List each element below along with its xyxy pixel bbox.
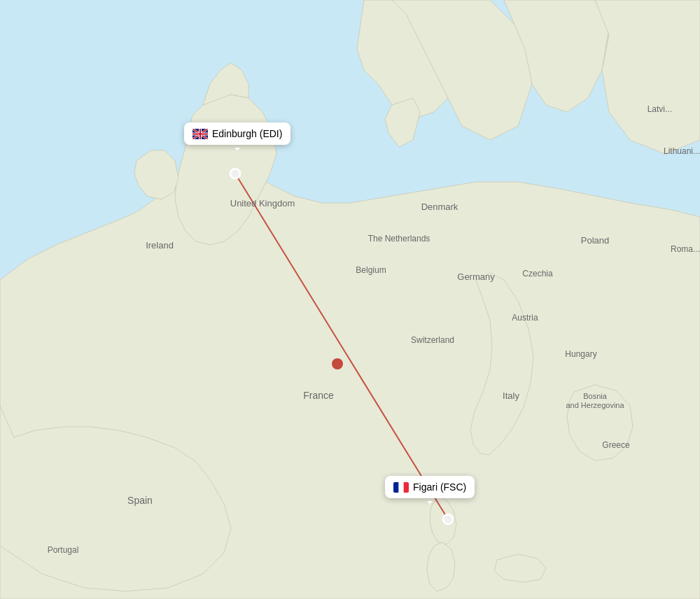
map-svg: Ireland United Kingdom France Spain Port… — [0, 0, 700, 599]
austria-label: Austria — [512, 313, 538, 323]
france-label: France — [303, 390, 334, 401]
germany-label: Germany — [457, 272, 495, 282]
poland-label: Poland — [581, 235, 609, 246]
svg-point-2 — [332, 358, 343, 369]
ireland-label: Ireland — [146, 240, 174, 251]
switzerland-label: Switzerland — [411, 335, 454, 345]
hungary-label: Hungary — [565, 349, 596, 359]
figari-dot — [443, 514, 453, 524]
united-kingdom-label: United Kingdom — [230, 198, 295, 209]
latvia-label: Latvi... — [648, 104, 672, 114]
romania-label: Roma... — [671, 244, 700, 254]
edinburgh-dot — [230, 169, 240, 178]
map-container: Ireland United Kingdom France Spain Port… — [0, 0, 700, 599]
bosnia-label: Bosnia — [583, 392, 608, 400]
italy-label: Italy — [503, 390, 519, 401]
herzegovina-label: and Herzegovina — [566, 401, 624, 409]
czechia-label: Czechia — [522, 269, 553, 279]
greece-label: Greece — [602, 440, 630, 450]
portugal-label: Portugal — [48, 545, 79, 555]
lithuania-label: Lithuani... — [664, 146, 700, 156]
belgium-label: Belgium — [356, 265, 386, 275]
denmark-label: Denmark — [421, 202, 458, 212]
spain-label: Spain — [127, 495, 153, 506]
netherlands-label: The Netherlands — [368, 234, 430, 244]
